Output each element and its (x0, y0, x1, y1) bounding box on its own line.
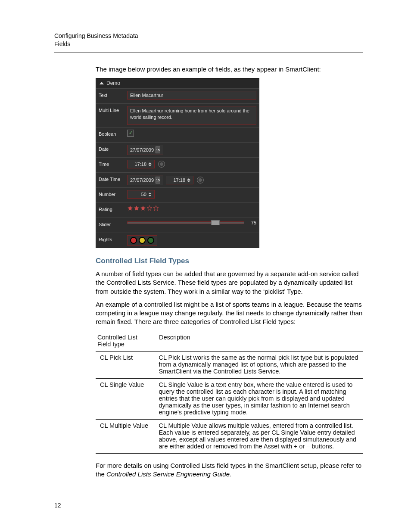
slider-thumb[interactable] (211, 220, 220, 225)
spinner-down-icon[interactable] (187, 180, 190, 182)
table-cell-description: CL Single Value is a text entry box, whe… (157, 378, 363, 419)
smartclient-figure: Demo Text Ellen Macarthur Multi Line (96, 78, 363, 248)
multiline-input[interactable]: Ellen Macarthur returning home from her … (127, 106, 256, 125)
calendar-icon[interactable]: 15 (156, 177, 160, 184)
field-label: Rating (99, 205, 127, 212)
field-row-multiline: Multi Line Ellen Macarthur returning hom… (96, 103, 259, 127)
panel-title: Demo (106, 80, 120, 86)
running-header: Configuring Business Metadata Fields (54, 32, 363, 53)
field-row-number: Number 50 (96, 187, 259, 202)
datetime-date-value: 27/07/2009 (130, 177, 154, 183)
table-cell-description: CL Pick List works the same as the norma… (157, 351, 363, 378)
field-label: Multi Line (99, 106, 127, 113)
header-line-2: Fields (54, 40, 363, 48)
body-paragraph-1: A number of field types can be added tha… (96, 270, 363, 296)
field-row-rating: Rating (96, 202, 259, 218)
controlled-list-table: Controlled List Field type Description C… (96, 331, 363, 454)
field-label: Date (99, 145, 127, 152)
chevron-up-icon (100, 82, 104, 84)
boolean-checkbox[interactable]: ✓ (127, 130, 134, 137)
field-label: Text (99, 91, 127, 98)
field-label: Time (99, 160, 127, 167)
table-cell-type: CL Multiple Value (96, 419, 157, 453)
table-row: CL Multiple ValueCL Multiple Value allow… (96, 419, 363, 453)
table-cell-type: CL Pick List (96, 351, 157, 378)
header-line-1: Configuring Business Metadata (54, 32, 363, 40)
clock-icon[interactable] (158, 161, 165, 168)
date-input[interactable]: 27/07/2009 15 (127, 145, 163, 155)
time-input[interactable]: 17:18 (127, 160, 155, 168)
text-input-value: Ellen Macarthur (130, 93, 163, 98)
document-page: Configuring Business Metadata Fields The… (0, 0, 411, 532)
section-heading: Controlled List Field Types (96, 257, 363, 265)
time-spinner[interactable] (187, 178, 190, 182)
field-label: Rights (99, 235, 127, 242)
time-input-value: 17:18 (134, 162, 146, 167)
field-row-datetime: Date Time 27/07/2009 15 17:18 (96, 172, 259, 187)
rights-light-yellow-icon[interactable] (139, 237, 146, 244)
field-row-boolean: Boolean ✓ (96, 127, 259, 142)
field-row-date: Date 27/07/2009 15 (96, 142, 259, 157)
spinner-down-icon[interactable] (148, 165, 152, 166)
number-input-value: 50 (141, 192, 146, 197)
date-input-value: 27/07/2009 (130, 147, 154, 152)
slider-value-label: 75 (247, 220, 256, 225)
table-header-line: Controlled List (97, 334, 137, 341)
datetime-date-input[interactable]: 27/07/2009 15 (127, 175, 163, 185)
body-paragraph-2: An example of a controlled list might be… (96, 300, 363, 327)
field-label: Date Time (99, 175, 127, 182)
table-cell-type: CL Single Value (96, 378, 157, 419)
calendar-icon[interactable]: 15 (156, 146, 160, 153)
spinner-up-icon[interactable] (148, 193, 152, 194)
field-row-time: Time 17:18 (96, 157, 259, 172)
time-spinner[interactable] (148, 162, 152, 166)
rights-input[interactable] (127, 235, 157, 246)
rights-light-red-icon[interactable] (130, 237, 137, 244)
spinner-down-icon[interactable] (148, 195, 152, 196)
field-row-rights: Rights (96, 233, 259, 248)
star-filled-icon[interactable] (134, 205, 140, 211)
rating-stars[interactable] (127, 205, 159, 211)
field-row-text: Text Ellen Macarthur (96, 88, 259, 103)
table-header-description: Description (157, 331, 363, 351)
number-spinner[interactable] (148, 193, 152, 196)
field-label: Number (99, 190, 127, 197)
closing-paragraph: For more details on using Controlled Lis… (96, 461, 363, 479)
clock-icon[interactable] (197, 177, 204, 184)
page-number: 12 (54, 502, 61, 509)
star-filled-icon[interactable] (127, 205, 133, 211)
page-content: The image below provides an example of f… (96, 65, 363, 479)
panel-header[interactable]: Demo (96, 78, 259, 88)
field-row-slider: Slider 75 (96, 218, 259, 233)
table-header-type: Controlled List Field type (96, 331, 157, 351)
datetime-time-value: 17:18 (173, 177, 185, 183)
field-label: Boolean (99, 130, 127, 137)
datetime-time-input[interactable]: 17:18 (166, 176, 193, 184)
star-empty-icon[interactable] (146, 205, 153, 211)
multiline-input-value: Ellen Macarthur returning home from her … (130, 108, 253, 121)
star-filled-icon[interactable] (140, 205, 146, 211)
number-input[interactable]: 50 (127, 190, 155, 199)
rights-light-green-icon[interactable] (147, 237, 154, 244)
intro-paragraph: The image below provides an example of f… (96, 65, 363, 74)
table-row: CL Pick ListCL Pick List works the same … (96, 351, 363, 378)
table-cell-description: CL Multiple Value allows multiple values… (157, 419, 363, 453)
text-input[interactable]: Ellen Macarthur (127, 91, 256, 100)
closing-reference: Controlled Lists Service Engineering Gui… (106, 470, 231, 478)
slider-track[interactable] (127, 221, 244, 224)
smartclient-panel: Demo Text Ellen Macarthur Multi Line (96, 78, 259, 248)
spinner-up-icon[interactable] (187, 178, 190, 180)
field-label: Slider (99, 220, 127, 227)
table-header-line: Field type (97, 341, 125, 348)
table-row: CL Single ValueCL Single Value is a text… (96, 378, 363, 419)
star-empty-icon[interactable] (153, 205, 159, 211)
spinner-up-icon[interactable] (148, 162, 152, 164)
